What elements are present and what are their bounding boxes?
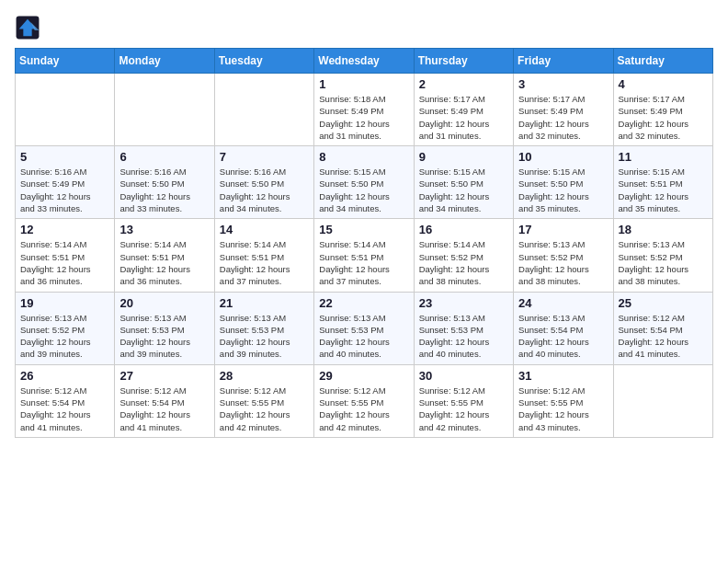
day-info: Sunrise: 5:12 AM Sunset: 5:55 PM Dayligh… [518, 385, 608, 433]
calendar-cell: 12Sunrise: 5:14 AM Sunset: 5:51 PM Dayli… [16, 219, 115, 292]
day-info: Sunrise: 5:13 AM Sunset: 5:54 PM Dayligh… [518, 312, 608, 361]
calendar-cell: 2Sunrise: 5:17 AM Sunset: 5:49 PM Daylig… [414, 74, 513, 146]
day-info: Sunrise: 5:15 AM Sunset: 5:50 PM Dayligh… [319, 166, 408, 214]
day-number: 22 [319, 296, 408, 310]
day-info: Sunrise: 5:12 AM Sunset: 5:55 PM Dayligh… [419, 385, 508, 433]
logo [15, 15, 44, 40]
calendar-cell: 31Sunrise: 5:12 AM Sunset: 5:55 PM Dayli… [514, 364, 613, 437]
day-header-thursday: Thursday [414, 49, 513, 74]
calendar-week-2: 5Sunrise: 5:16 AM Sunset: 5:49 PM Daylig… [16, 146, 713, 219]
day-number: 3 [518, 77, 608, 91]
calendar-cell: 30Sunrise: 5:12 AM Sunset: 5:55 PM Dayli… [414, 364, 513, 437]
day-number: 29 [319, 369, 408, 383]
calendar-cell [613, 364, 712, 437]
calendar-cell: 11Sunrise: 5:15 AM Sunset: 5:51 PM Dayli… [613, 146, 712, 219]
day-info: Sunrise: 5:17 AM Sunset: 5:49 PM Dayligh… [518, 93, 608, 142]
day-info: Sunrise: 5:17 AM Sunset: 5:49 PM Dayligh… [619, 93, 708, 142]
day-number: 27 [119, 369, 209, 383]
calendar-header-row: SundayMondayTuesdayWednesdayThursdayFrid… [16, 49, 713, 74]
day-info: Sunrise: 5:14 AM Sunset: 5:51 PM Dayligh… [220, 238, 309, 287]
day-number: 30 [419, 369, 508, 383]
calendar-week-4: 19Sunrise: 5:13 AM Sunset: 5:52 PM Dayli… [16, 292, 713, 364]
day-number: 13 [119, 223, 209, 236]
day-header-saturday: Saturday [613, 49, 712, 74]
calendar-cell: 6Sunrise: 5:16 AM Sunset: 5:50 PM Daylig… [115, 146, 214, 219]
calendar-cell: 15Sunrise: 5:14 AM Sunset: 5:51 PM Dayli… [314, 219, 414, 292]
day-number: 31 [518, 369, 608, 383]
day-number: 11 [619, 150, 708, 164]
day-number: 16 [419, 223, 508, 236]
day-info: Sunrise: 5:13 AM Sunset: 5:53 PM Dayligh… [419, 312, 508, 361]
day-number: 14 [220, 223, 309, 236]
calendar-cell [115, 74, 214, 146]
day-header-monday: Monday [115, 49, 214, 74]
day-info: Sunrise: 5:16 AM Sunset: 5:49 PM Dayligh… [20, 166, 109, 214]
day-info: Sunrise: 5:14 AM Sunset: 5:51 PM Dayligh… [119, 238, 209, 287]
day-number: 20 [119, 296, 209, 310]
logo-icon [15, 15, 40, 40]
day-number: 26 [20, 369, 109, 383]
calendar-cell: 3Sunrise: 5:17 AM Sunset: 5:49 PM Daylig… [514, 74, 613, 146]
day-info: Sunrise: 5:18 AM Sunset: 5:49 PM Dayligh… [319, 93, 408, 142]
day-info: Sunrise: 5:14 AM Sunset: 5:52 PM Dayligh… [419, 238, 508, 287]
calendar-cell: 22Sunrise: 5:13 AM Sunset: 5:53 PM Dayli… [314, 292, 414, 364]
calendar-cell: 7Sunrise: 5:16 AM Sunset: 5:50 PM Daylig… [214, 146, 313, 219]
day-number: 10 [518, 150, 608, 164]
day-info: Sunrise: 5:15 AM Sunset: 5:50 PM Dayligh… [419, 166, 508, 214]
day-number: 2 [419, 77, 508, 91]
day-header-friday: Friday [514, 49, 613, 74]
day-number: 24 [518, 296, 608, 310]
day-info: Sunrise: 5:17 AM Sunset: 5:49 PM Dayligh… [419, 93, 508, 142]
day-header-sunday: Sunday [16, 49, 115, 74]
day-header-tuesday: Tuesday [214, 49, 313, 74]
calendar: SundayMondayTuesdayWednesdayThursdayFrid… [15, 48, 713, 438]
day-info: Sunrise: 5:15 AM Sunset: 5:50 PM Dayligh… [518, 166, 608, 214]
day-info: Sunrise: 5:13 AM Sunset: 5:53 PM Dayligh… [220, 312, 309, 361]
calendar-cell: 20Sunrise: 5:13 AM Sunset: 5:53 PM Dayli… [115, 292, 214, 364]
calendar-cell: 29Sunrise: 5:12 AM Sunset: 5:55 PM Dayli… [314, 364, 414, 437]
day-number: 23 [419, 296, 508, 310]
calendar-cell [16, 74, 115, 146]
calendar-cell: 16Sunrise: 5:14 AM Sunset: 5:52 PM Dayli… [414, 219, 513, 292]
day-number: 17 [518, 223, 608, 236]
day-number: 6 [119, 150, 209, 164]
day-info: Sunrise: 5:12 AM Sunset: 5:55 PM Dayligh… [220, 385, 309, 433]
day-info: Sunrise: 5:12 AM Sunset: 5:54 PM Dayligh… [619, 312, 708, 361]
calendar-cell: 17Sunrise: 5:13 AM Sunset: 5:52 PM Dayli… [514, 219, 613, 292]
day-info: Sunrise: 5:13 AM Sunset: 5:53 PM Dayligh… [319, 312, 408, 361]
day-info: Sunrise: 5:14 AM Sunset: 5:51 PM Dayligh… [319, 238, 408, 287]
day-info: Sunrise: 5:16 AM Sunset: 5:50 PM Dayligh… [119, 166, 209, 214]
day-header-wednesday: Wednesday [314, 49, 414, 74]
calendar-cell: 13Sunrise: 5:14 AM Sunset: 5:51 PM Dayli… [115, 219, 214, 292]
calendar-cell: 26Sunrise: 5:12 AM Sunset: 5:54 PM Dayli… [16, 364, 115, 437]
calendar-cell: 28Sunrise: 5:12 AM Sunset: 5:55 PM Dayli… [214, 364, 313, 437]
calendar-cell: 1Sunrise: 5:18 AM Sunset: 5:49 PM Daylig… [314, 74, 414, 146]
calendar-cell: 14Sunrise: 5:14 AM Sunset: 5:51 PM Dayli… [214, 219, 313, 292]
day-info: Sunrise: 5:12 AM Sunset: 5:54 PM Dayligh… [20, 385, 109, 433]
calendar-cell: 27Sunrise: 5:12 AM Sunset: 5:54 PM Dayli… [115, 364, 214, 437]
calendar-cell [214, 74, 313, 146]
day-info: Sunrise: 5:13 AM Sunset: 5:52 PM Dayligh… [619, 238, 708, 287]
day-info: Sunrise: 5:13 AM Sunset: 5:52 PM Dayligh… [20, 312, 109, 361]
day-number: 18 [619, 223, 708, 236]
calendar-week-1: 1Sunrise: 5:18 AM Sunset: 5:49 PM Daylig… [16, 74, 713, 146]
calendar-cell: 18Sunrise: 5:13 AM Sunset: 5:52 PM Dayli… [613, 219, 712, 292]
calendar-week-3: 12Sunrise: 5:14 AM Sunset: 5:51 PM Dayli… [16, 219, 713, 292]
day-info: Sunrise: 5:14 AM Sunset: 5:51 PM Dayligh… [20, 238, 109, 287]
calendar-cell: 21Sunrise: 5:13 AM Sunset: 5:53 PM Dayli… [214, 292, 313, 364]
calendar-cell: 24Sunrise: 5:13 AM Sunset: 5:54 PM Dayli… [514, 292, 613, 364]
day-info: Sunrise: 5:13 AM Sunset: 5:52 PM Dayligh… [518, 238, 608, 287]
day-number: 12 [20, 223, 109, 236]
calendar-cell: 8Sunrise: 5:15 AM Sunset: 5:50 PM Daylig… [314, 146, 414, 219]
day-info: Sunrise: 5:15 AM Sunset: 5:51 PM Dayligh… [619, 166, 708, 214]
day-number: 25 [619, 296, 708, 310]
calendar-cell: 19Sunrise: 5:13 AM Sunset: 5:52 PM Dayli… [16, 292, 115, 364]
day-info: Sunrise: 5:13 AM Sunset: 5:53 PM Dayligh… [119, 312, 209, 361]
day-number: 15 [319, 223, 408, 236]
day-number: 28 [220, 369, 309, 383]
day-number: 4 [619, 77, 708, 91]
calendar-cell: 5Sunrise: 5:16 AM Sunset: 5:49 PM Daylig… [16, 146, 115, 219]
day-number: 19 [20, 296, 109, 310]
day-number: 5 [20, 150, 109, 164]
day-number: 9 [419, 150, 508, 164]
